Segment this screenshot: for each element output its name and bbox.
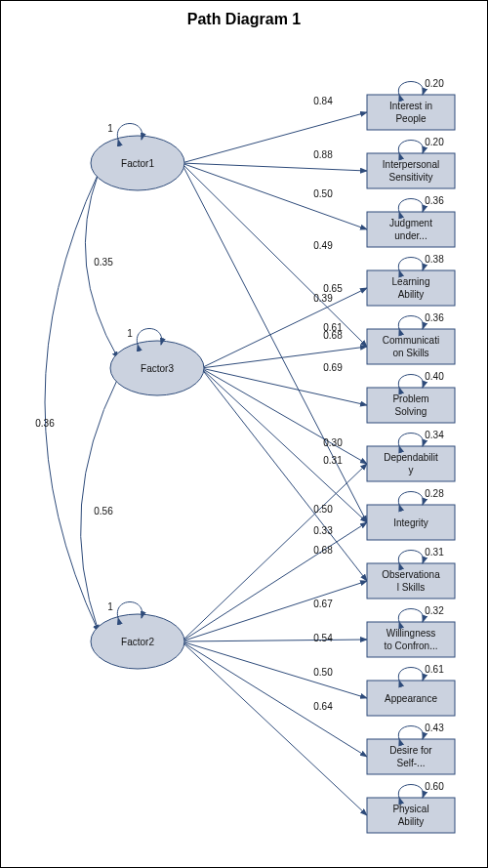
loading-value: 0.67 xyxy=(313,599,333,609)
error-variance: 0.60 xyxy=(425,781,444,792)
error-variance: 0.43 xyxy=(425,723,444,733)
loading-value: 0.68 xyxy=(323,330,343,341)
loading-value: 0.30 xyxy=(323,437,343,448)
svg-line-16 xyxy=(182,641,367,757)
observed-label: on Skills xyxy=(392,348,428,358)
observed-label: Interest in xyxy=(389,101,432,111)
observed-label: Integrity xyxy=(393,517,428,528)
loading-value: 0.64 xyxy=(313,701,333,712)
error-variance: 0.40 xyxy=(425,371,444,382)
observed-label: Willingness xyxy=(386,628,436,639)
factor-variance: 1 xyxy=(107,601,113,612)
factor-variance: 1 xyxy=(127,328,133,339)
svg-line-8 xyxy=(201,368,367,464)
loading-value: 0.39 xyxy=(313,293,333,304)
loading-value: 0.68 xyxy=(313,545,333,556)
error-variance: 0.36 xyxy=(425,195,444,206)
svg-line-0 xyxy=(182,112,367,163)
svg-line-14 xyxy=(182,640,367,641)
error-variance: 0.20 xyxy=(425,78,444,89)
observed-label: People xyxy=(395,113,427,124)
covariance-value: 0.56 xyxy=(94,506,113,517)
observed-label: y xyxy=(409,465,414,475)
svg-line-2 xyxy=(182,163,367,229)
diagram-frame: Path Diagram 1 Factor1Factor3Factor2Inte… xyxy=(0,0,488,868)
loading-value: 0.33 xyxy=(313,525,333,536)
svg-line-1 xyxy=(182,163,367,171)
observed-label: Judgment xyxy=(389,218,432,228)
observed-label: Problem xyxy=(392,393,428,404)
observed-label: Ability xyxy=(398,816,425,827)
error-variance: 0.34 xyxy=(425,430,444,440)
factor-label: Factor3 xyxy=(141,363,174,374)
svg-line-15 xyxy=(182,641,367,698)
error-variance: 0.36 xyxy=(425,312,444,323)
loading-value: 0.54 xyxy=(313,633,333,643)
error-variance: 0.20 xyxy=(425,137,444,147)
svg-line-17 xyxy=(182,641,367,815)
error-variance: 0.32 xyxy=(425,605,444,616)
svg-line-4 xyxy=(182,163,367,522)
observed-label: Self-... xyxy=(397,758,426,768)
observed-label: Sensitivity xyxy=(388,172,432,183)
observed-label: under... xyxy=(394,230,427,241)
observed-label: Solving xyxy=(395,406,427,417)
loading-value: 0.65 xyxy=(323,283,343,294)
loading-value: 0.50 xyxy=(313,667,333,678)
observed-label: Appearance xyxy=(385,693,437,704)
loading-value: 0.31 xyxy=(323,455,343,466)
observed-label: l Skills xyxy=(397,582,425,593)
svg-line-13 xyxy=(182,581,367,641)
loading-value: 0.88 xyxy=(313,149,333,160)
error-variance: 0.28 xyxy=(425,488,444,499)
svg-line-3 xyxy=(182,163,367,347)
observed-label: to Confron... xyxy=(384,641,437,651)
observed-label: Interpersonal xyxy=(383,159,439,170)
factor-label: Factor1 xyxy=(121,158,154,169)
factor-variance: 1 xyxy=(107,123,113,134)
error-variance: 0.61 xyxy=(425,664,444,675)
path-diagram-svg: Factor1Factor3Factor2Interest inPeopleIn… xyxy=(1,36,487,868)
error-variance: 0.38 xyxy=(425,254,444,265)
observed-label: Communicati xyxy=(383,335,439,346)
loading-value: 0.49 xyxy=(313,240,333,251)
loading-value: 0.50 xyxy=(313,504,333,515)
error-variance: 0.31 xyxy=(425,547,444,558)
observed-label: Desire for xyxy=(389,745,432,756)
loading-value: 0.50 xyxy=(313,188,333,199)
observed-label: Dependabilit xyxy=(384,452,438,463)
covariance-value: 0.36 xyxy=(35,418,55,429)
covariance-value: 0.35 xyxy=(94,257,113,268)
observed-label: Learning xyxy=(392,276,430,287)
observed-label: Physical xyxy=(392,804,428,814)
svg-line-11 xyxy=(182,464,367,641)
svg-line-12 xyxy=(182,522,367,641)
diagram-title: Path Diagram 1 xyxy=(1,1,487,34)
loading-value: 0.84 xyxy=(313,96,333,106)
factor-label: Factor2 xyxy=(121,637,154,647)
loading-value: 0.69 xyxy=(323,362,343,373)
observed-label: Ability xyxy=(398,289,425,300)
observed-label: Observationa xyxy=(382,569,440,580)
